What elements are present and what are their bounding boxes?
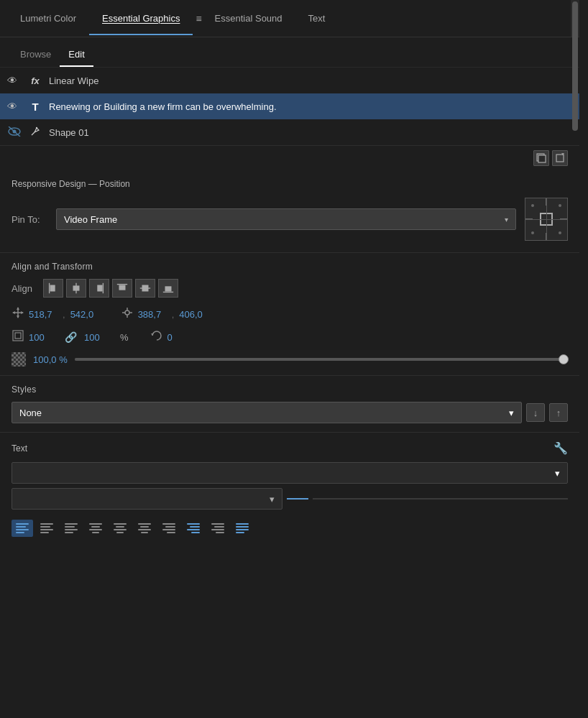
opacity-icon <box>12 352 26 367</box>
align-right-btn[interactable] <box>89 279 109 298</box>
styles-title: Styles <box>12 385 568 395</box>
layer-row[interactable]: 👁 fx Linear Wipe <box>0 68 579 93</box>
layer-name: Shape 01 <box>49 127 572 138</box>
scrollbar-thumb[interactable] <box>572 1 578 131</box>
text-type-icon: T <box>27 101 43 113</box>
align-center-v-btn[interactable] <box>135 279 155 298</box>
pin-to-row: Pin To: Video Frame ▾ <box>12 198 568 241</box>
styles-dropdown[interactable]: None ▾ <box>12 402 522 423</box>
opacity-slider[interactable] <box>75 358 568 361</box>
anchor-point-icon <box>121 306 134 322</box>
sub-tabs: Browse Edit <box>0 37 579 68</box>
layers-panel: 👁 fx Linear Wipe 👁 T Renewing or Buildin… <box>0 68 579 145</box>
text-align-justify-btn[interactable] <box>231 520 253 537</box>
tab-essential-graphics[interactable]: Essential Graphics <box>89 1 193 35</box>
svg-rect-12 <box>73 285 80 290</box>
align-row: Align <box>12 279 568 298</box>
text-section: Text 🔧 ▾ ▾ <box>0 433 579 546</box>
align-top-btn[interactable] <box>112 279 132 298</box>
chevron-down-icon: ▾ <box>505 216 508 224</box>
chevron-down-icon: ▾ <box>270 494 275 505</box>
text-align-left-right-btn[interactable] <box>60 520 82 537</box>
anchor-x[interactable]: 388,7 <box>138 309 167 320</box>
percent-label: % <box>120 332 129 343</box>
svg-rect-10 <box>50 285 55 292</box>
new-layer-btn[interactable] <box>533 150 549 166</box>
underline-indicator <box>287 498 308 500</box>
align-left-btn[interactable] <box>43 279 63 298</box>
visibility-icon[interactable]: 👁 <box>7 75 22 86</box>
svg-rect-16 <box>119 285 126 290</box>
tab-browse[interactable]: Browse <box>12 45 60 67</box>
text-align-left-center-btn[interactable] <box>36 520 58 537</box>
anchor-widget[interactable] <box>525 198 568 241</box>
opacity-value[interactable]: 100,0 % <box>33 354 68 365</box>
align-center-h-btn[interactable] <box>66 279 86 298</box>
move-icon <box>12 306 24 322</box>
layer-row[interactable]: Shape 01 <box>0 119 579 145</box>
svg-marker-26 <box>21 311 24 314</box>
text-align-row <box>12 515 568 537</box>
anchor-y[interactable]: 406,0 <box>179 309 208 320</box>
responsive-design-section: Responsive Design — Position Pin To: Vid… <box>0 170 579 253</box>
text-align-right-center-btn[interactable] <box>183 520 204 537</box>
text-align-right-left-btn[interactable] <box>158 520 180 537</box>
svg-rect-6 <box>556 155 564 162</box>
link-scale-icon[interactable]: 🔗 <box>65 331 77 343</box>
position-y[interactable]: 542,0 <box>70 309 99 320</box>
font-style-dropdown[interactable]: ▾ <box>12 488 282 510</box>
tab-lumetri-color[interactable]: Lumetri Color <box>7 1 89 35</box>
svg-point-3 <box>36 126 37 128</box>
rotation-value[interactable]: 0 <box>167 332 196 343</box>
visibility-icon[interactable] <box>7 126 22 139</box>
font-style-row: ▾ <box>12 488 568 510</box>
text-align-center-right-btn[interactable] <box>134 520 155 537</box>
scale-x[interactable]: 100 <box>29 332 58 343</box>
opacity-slider-thumb[interactable] <box>559 354 569 364</box>
text-align-left-left-btn[interactable] <box>12 520 33 537</box>
styles-down-btn[interactable]: ↓ <box>526 403 545 422</box>
layer-name: Linear Wipe <box>49 75 572 86</box>
delete-layer-btn[interactable] <box>552 150 568 166</box>
font-size-slider[interactable] <box>313 498 568 500</box>
tab-edit[interactable]: Edit <box>60 45 93 67</box>
svg-rect-20 <box>165 286 172 291</box>
panel-menu-icon[interactable]: ≡ <box>196 13 201 24</box>
responsive-design-title: Responsive Design — Position <box>12 179 568 189</box>
spacer-row <box>0 146 579 170</box>
layer-row[interactable]: 👁 T Renewing or Building a new firm can … <box>0 93 579 119</box>
position-x[interactable]: 518,7 <box>29 309 58 320</box>
visibility-icon[interactable]: 👁 <box>7 101 22 112</box>
pin-to-dropdown[interactable]: Video Frame ▾ <box>56 208 516 230</box>
text-header: Text 🔧 <box>12 441 568 455</box>
top-nav: Lumetri Color Essential Graphics ≡ Essen… <box>0 0 579 37</box>
scrollbar[interactable] <box>571 0 579 37</box>
chevron-down-icon: ▾ <box>555 468 560 479</box>
svg-marker-25 <box>12 311 15 314</box>
align-transform-section: Align and Transform Align <box>0 253 579 376</box>
layer-name: Renewing or Building a new firm can be o… <box>49 101 572 112</box>
anchor-group: 388,7 , 406,0 <box>121 306 208 322</box>
svg-rect-5 <box>538 155 546 162</box>
svg-marker-23 <box>17 307 19 310</box>
tab-text[interactable]: Text <box>295 1 339 35</box>
text-align-center-left-btn[interactable] <box>85 520 106 537</box>
text-align-right-right-btn[interactable] <box>207 520 229 537</box>
styles-up-btn[interactable]: ↑ <box>549 403 568 422</box>
font-family-value <box>19 468 22 479</box>
svg-rect-32 <box>13 331 23 341</box>
position-group: 518,7 , 542,0 <box>12 306 99 322</box>
scale-y[interactable]: 100 <box>84 332 113 343</box>
align-bottom-btn[interactable] <box>158 279 178 298</box>
scale-group: 100 <box>12 329 58 345</box>
text-align-center-center-btn[interactable] <box>109 520 131 537</box>
font-family-dropdown[interactable]: ▾ <box>12 462 568 484</box>
scale-icon <box>12 329 24 345</box>
svg-point-27 <box>125 310 129 315</box>
svg-rect-18 <box>142 285 149 292</box>
tab-essential-sound[interactable]: Essential Sound <box>202 1 295 35</box>
svg-rect-33 <box>15 333 21 339</box>
wrench-icon[interactable]: 🔧 <box>553 441 568 455</box>
font-style-value <box>19 494 22 505</box>
rotation-icon <box>150 329 163 345</box>
